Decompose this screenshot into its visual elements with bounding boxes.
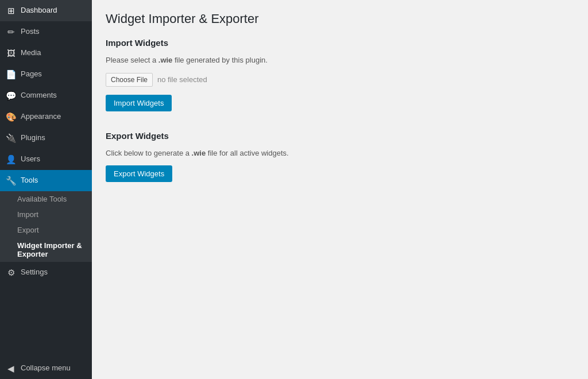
main-content: Widget Importer & Exporter Import Widget… (92, 0, 588, 379)
submenu-export[interactable]: Export (0, 222, 92, 238)
sidebar-item-label: Plugins (21, 133, 45, 143)
media-icon: 🖼 (6, 47, 16, 59)
sidebar: ⊞ Dashboard ✏ Posts 🖼 Media 📄 Pages 💬 Co… (0, 0, 92, 379)
submenu-widget-importer[interactable]: Widget Importer & Exporter (0, 238, 92, 262)
plugins-icon: 🔌 (6, 132, 16, 144)
sidebar-item-media[interactable]: 🖼 Media (0, 42, 92, 64)
pages-icon: 📄 (6, 68, 16, 80)
submenu-import[interactable]: Import (0, 207, 92, 222)
page-title: Widget Importer & Exporter (106, 11, 574, 26)
import-widgets-button[interactable]: Import Widgets (106, 95, 172, 111)
dashboard-icon: ⊞ (6, 5, 16, 17)
export-widgets-button[interactable]: Export Widgets (106, 165, 172, 182)
sidebar-item-tools[interactable]: 🔧 Tools (0, 170, 92, 191)
sidebar-item-plugins[interactable]: 🔌 Plugins (0, 127, 92, 149)
export-desc-extension: .wie (192, 149, 206, 157)
import-section-title: Import Widgets (106, 38, 574, 48)
sidebar-item-settings[interactable]: ⚙ Settings (0, 262, 92, 283)
sidebar-item-label: Appearance (21, 111, 61, 122)
export-desc-suffix: file for all active widgets. (206, 149, 289, 157)
posts-icon: ✏ (6, 26, 16, 38)
import-desc-extension: .wie (158, 56, 173, 64)
sidebar-item-appearance[interactable]: 🎨 Appearance (0, 106, 92, 127)
sidebar-item-comments[interactable]: 💬 Comments (0, 85, 92, 106)
import-desc-prefix: Please select a (106, 56, 158, 64)
sidebar-item-label: Media (21, 48, 41, 58)
import-desc-suffix: file generated by this plugin. (172, 56, 268, 64)
import-section: Import Widgets Please select a .wie file… (106, 38, 574, 125)
export-section: Export Widgets Click below to generate a… (106, 131, 574, 196)
sidebar-item-label: Settings (21, 267, 48, 277)
import-section-description: Please select a .wie file generated by t… (106, 55, 574, 66)
sidebar-item-users[interactable]: 👤 Users (0, 149, 92, 170)
sidebar-item-posts[interactable]: ✏ Posts (0, 21, 92, 42)
sidebar-item-dashboard[interactable]: ⊞ Dashboard (0, 0, 92, 21)
file-name-label: no file selected (157, 75, 207, 84)
export-desc-prefix: Click below to generate a (106, 149, 192, 157)
sidebar-item-label: Dashboard (21, 5, 57, 16)
submenu-available-tools[interactable]: Available Tools (0, 191, 92, 207)
appearance-icon: 🎨 (6, 111, 16, 123)
sidebar-item-pages[interactable]: 📄 Pages (0, 64, 92, 85)
settings-icon: ⚙ (6, 266, 16, 279)
choose-file-button[interactable]: Choose File (106, 73, 153, 87)
comments-icon: 💬 (6, 90, 16, 102)
sidebar-item-label: Pages (21, 69, 42, 79)
export-section-description: Click below to generate a .wie file for … (106, 148, 574, 159)
export-section-title: Export Widgets (106, 131, 574, 141)
collapse-icon: ◀ (6, 362, 16, 374)
collapse-menu[interactable]: ◀ Collapse menu (0, 358, 92, 379)
users-icon: 👤 (6, 153, 16, 165)
collapse-label: Collapse menu (21, 363, 71, 373)
sidebar-item-label: Posts (21, 26, 40, 37)
tools-submenu: Available Tools Import Export Widget Imp… (0, 191, 92, 262)
sidebar-item-label: Comments (21, 90, 57, 100)
tools-icon: 🔧 (6, 175, 16, 187)
sidebar-item-label: Users (21, 154, 40, 164)
sidebar-item-label: Tools (21, 175, 38, 185)
file-input-row: Choose File no file selected (106, 73, 574, 87)
